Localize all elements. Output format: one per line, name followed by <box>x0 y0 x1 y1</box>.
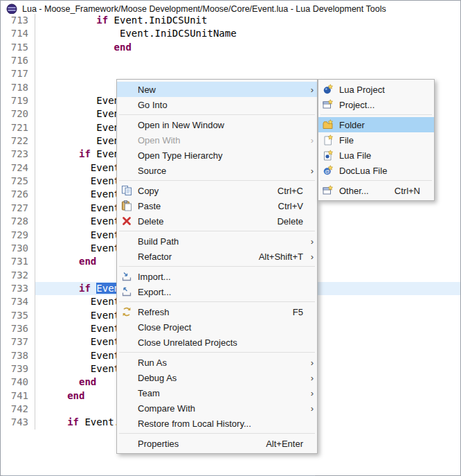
line-number[interactable]: 722 <box>1 134 35 148</box>
line-number[interactable]: 725 <box>1 175 35 188</box>
menu-item-open-with[interactable]: Open With› <box>117 132 317 148</box>
menu-item-copy[interactable]: CopyCtrl+C <box>117 183 317 198</box>
line-number[interactable]: 717 <box>1 67 35 80</box>
line-number[interactable]: 713 <box>1 14 35 27</box>
submenu-arrow-icon: › <box>307 403 317 414</box>
menu-item-properties[interactable]: PropertiesAlt+Enter <box>117 436 317 451</box>
line-number[interactable]: 719 <box>1 94 35 107</box>
line-number[interactable]: 718 <box>1 81 35 94</box>
menu-item-accelerator: Alt+Shift+T <box>259 252 307 262</box>
menu-item-refresh[interactable]: RefreshF5 <box>117 304 317 319</box>
menu-item-file[interactable]: File <box>318 132 434 148</box>
project-context-menu: New›Go IntoOpen in New WindowOpen With›O… <box>116 79 318 454</box>
window-title: Lua - Moose_Framework/Moose Development/… <box>22 4 386 14</box>
menu-item-label: Lua File <box>339 150 371 161</box>
menu-item-lua-file[interactable]: Lua File <box>318 148 434 163</box>
line-number[interactable]: 727 <box>1 202 35 215</box>
line-number[interactable]: 739 <box>1 362 35 376</box>
line-number[interactable]: 743 <box>1 416 35 429</box>
menu-item-run-as[interactable]: Run As› <box>117 355 317 370</box>
menu-item-open-in-new-window[interactable]: Open in New Window <box>117 117 317 132</box>
menu-separator <box>320 180 432 181</box>
menu-item-accelerator: Ctrl+N <box>395 186 424 196</box>
menu-item-label: Team <box>138 388 160 398</box>
line-number[interactable]: 741 <box>1 389 35 403</box>
new-file-icon-cell <box>322 134 334 146</box>
delete-icon-cell <box>120 215 133 227</box>
line-number[interactable]: 737 <box>1 335 35 349</box>
menu-item-import[interactable]: Import... <box>117 269 317 284</box>
menu-item-source[interactable]: Source› <box>117 163 317 178</box>
new-lua-file-icon-cell <box>322 150 334 161</box>
line-number[interactable]: 726 <box>1 188 35 201</box>
line-number[interactable]: 715 <box>1 41 35 54</box>
line-number[interactable]: 723 <box>1 148 35 161</box>
menu-item-close-unrelated-projects[interactable]: Close Unrelated Projects <box>117 335 317 350</box>
line-number[interactable]: 720 <box>1 107 35 121</box>
new-project-icon <box>323 99 334 110</box>
menu-item-open-type-hierarchy[interactable]: Open Type Hierarchy <box>117 148 317 163</box>
line-number[interactable]: 733 <box>1 282 35 295</box>
menu-item-compare-with[interactable]: Compare With› <box>117 400 317 416</box>
menu-item-doclua-file[interactable]: @DocLua File <box>318 163 434 178</box>
line-number[interactable]: 738 <box>1 349 35 362</box>
menu-item-accelerator: Ctrl+V <box>278 201 307 211</box>
submenu-arrow-icon: › <box>307 236 317 247</box>
menu-separator <box>119 301 315 302</box>
menu-item-refactor[interactable]: RefactorAlt+Shift+T› <box>117 249 317 264</box>
line-number[interactable]: 734 <box>1 295 35 308</box>
line-number[interactable]: 721 <box>1 121 35 134</box>
menu-item-paste[interactable]: PasteCtrl+V <box>117 198 317 213</box>
application-window: Lua - Moose_Framework/Moose Development/… <box>0 0 461 476</box>
line-number[interactable]: 732 <box>1 269 35 282</box>
menu-item-lua-project[interactable]: Lua Project <box>318 82 434 97</box>
menu-item-label: Import... <box>138 272 171 282</box>
line-number[interactable]: 735 <box>1 309 35 322</box>
code-line-714[interactable]: 714 Event.IniDCSUnitName <box>1 27 460 40</box>
menu-item-export[interactable]: Export... <box>117 284 317 299</box>
code-line-716[interactable]: 716 <box>1 54 460 67</box>
refresh-icon <box>121 306 132 317</box>
copy-icon-cell <box>120 185 133 196</box>
menu-item-project[interactable]: Project... <box>318 97 434 112</box>
line-number[interactable]: 736 <box>1 322 35 335</box>
menu-item-folder[interactable]: Folder <box>318 117 434 132</box>
menu-item-label: Paste <box>138 201 161 211</box>
code-line-713[interactable]: 713 if Event.IniDCSUnit <box>1 14 460 27</box>
submenu-arrow-icon: › <box>307 135 317 146</box>
new-lua-file-icon <box>323 150 334 161</box>
menu-item-delete[interactable]: DeleteDelete <box>117 213 317 229</box>
submenu-arrow-icon: › <box>307 166 317 176</box>
line-number[interactable]: 730 <box>1 242 35 255</box>
menu-item-label: New <box>138 85 156 95</box>
menu-item-restore-from-local-history[interactable]: Restore from Local History... <box>117 416 317 431</box>
line-number[interactable]: 729 <box>1 229 35 242</box>
menu-item-label: Open Type Hierarchy <box>138 150 223 161</box>
export-icon <box>121 286 132 297</box>
line-number[interactable]: 714 <box>1 27 35 40</box>
menu-item-label: Lua Project <box>339 85 385 95</box>
line-number[interactable]: 740 <box>1 376 35 389</box>
new-lua-project-icon-cell <box>322 84 334 95</box>
line-number[interactable]: 724 <box>1 161 35 175</box>
menu-item-label: Project... <box>339 100 374 110</box>
menu-item-go-into[interactable]: Go Into <box>117 97 317 112</box>
menu-item-other[interactable]: Other...Ctrl+N <box>318 183 434 198</box>
menu-item-close-project[interactable]: Close Project <box>117 319 317 335</box>
menu-item-new[interactable]: New› <box>117 82 317 97</box>
menu-item-label: Build Path <box>138 236 179 247</box>
line-number[interactable]: 742 <box>1 403 35 416</box>
import-icon-cell <box>120 271 133 282</box>
code-text: Event.IniDCSUnitName <box>35 27 237 40</box>
line-number[interactable]: 731 <box>1 255 35 268</box>
menu-item-label: Compare With <box>138 403 195 414</box>
code-text: end <box>35 389 84 403</box>
menu-item-label: Folder <box>339 120 365 130</box>
line-number[interactable]: 728 <box>1 215 35 228</box>
code-line-715[interactable]: 715 end <box>1 41 460 54</box>
menu-item-build-path[interactable]: Build Path› <box>117 233 317 249</box>
new-lua-project-icon <box>323 84 334 95</box>
menu-item-team[interactable]: Team› <box>117 385 317 400</box>
line-number[interactable]: 716 <box>1 54 35 67</box>
menu-item-debug-as[interactable]: Debug As› <box>117 370 317 385</box>
